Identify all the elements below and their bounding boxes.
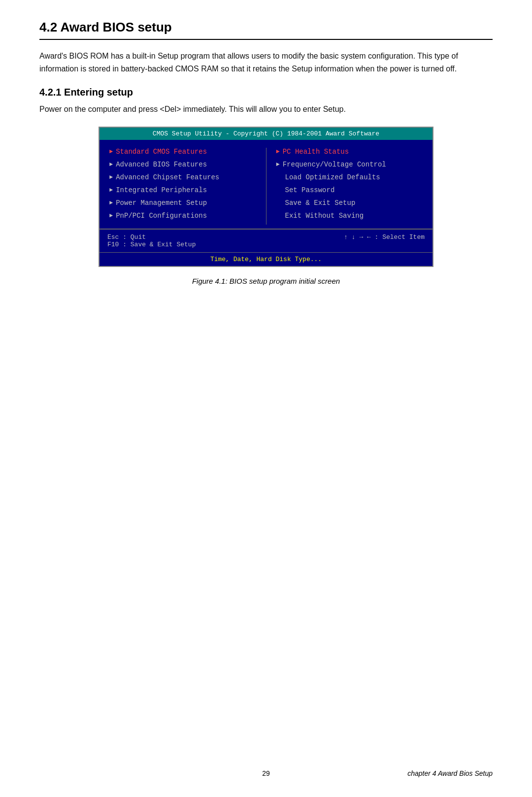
bios-title-bar: CMOS Setup Utility - Copyright (C) 1984-… — [100, 128, 432, 140]
bios-left-item[interactable]: ►Power Management Setup — [109, 199, 256, 207]
page-footer: 29 chapter 4 Award Bios Setup — [39, 769, 493, 777]
subsection-intro: Power on the computer and press <Del> im… — [39, 103, 493, 116]
bios-left-item[interactable]: ►Standard CMOS Features — [109, 148, 256, 156]
bios-footer-left: Esc : Quit F10 : Save & Exit Setup — [107, 233, 196, 248]
bios-left-column: ►Standard CMOS Features►Advanced BIOS Fe… — [100, 148, 266, 225]
bios-right-item[interactable]: ►PC Health Status — [276, 148, 423, 156]
bios-status-bar: Time, Date, Hard Disk Type... — [100, 252, 432, 266]
bios-screen: CMOS Setup Utility - Copyright (C) 1984-… — [99, 127, 433, 267]
bios-left-item[interactable]: ►Advanced Chipset Features — [109, 173, 256, 181]
bios-right-column: ►PC Health Status►Frequency/Voltage Cont… — [266, 148, 433, 225]
arrow-icon: ► — [109, 212, 113, 219]
bios-body: ►Standard CMOS Features►Advanced BIOS Fe… — [100, 140, 432, 229]
section-title-text: 4.2 Award BIOS setup — [39, 20, 172, 34]
arrow-icon: ► — [109, 161, 113, 168]
figure-caption: Figure 4.1: BIOS setup program initial s… — [39, 277, 493, 285]
subsection-title: 4.2.1 Entering setup — [39, 87, 493, 98]
arrow-icon: ► — [276, 148, 280, 155]
chapter-label: chapter 4 Award Bios Setup — [341, 769, 493, 777]
arrow-icon: ► — [109, 148, 113, 155]
bios-footer: Esc : Quit F10 : Save & Exit Setup ↑ ↓ →… — [100, 229, 432, 252]
bios-left-item[interactable]: ►PnP/PCI Configurations — [109, 212, 256, 220]
bios-right-item[interactable]: Set Password — [276, 186, 423, 194]
arrow-icon: ► — [109, 199, 113, 206]
subsection-title-text: 4.2.1 Entering setup — [39, 87, 133, 98]
arrow-icon: ► — [109, 187, 113, 194]
bios-right-item[interactable]: Save & Exit Setup — [276, 199, 423, 207]
bios-left-item[interactable]: ►Integrated Peripherals — [109, 186, 256, 194]
bios-footer-right: ↑ ↓ → ← : Select Item — [344, 233, 425, 248]
section-title: 4.2 Award BIOS setup — [39, 20, 493, 40]
bios-right-item[interactable]: ►Frequency/Voltage Control — [276, 161, 423, 168]
arrow-icon: ► — [276, 161, 280, 168]
intro-paragraph: Award's BIOS ROM has a built-in Setup pr… — [39, 50, 493, 75]
bios-right-item[interactable]: Exit Without Saving — [276, 212, 423, 220]
arrow-icon: ► — [109, 174, 113, 181]
page-number: 29 — [191, 769, 342, 777]
bios-left-item[interactable]: ►Advanced BIOS Features — [109, 161, 256, 168]
bios-right-item[interactable]: Load Optimized Defaults — [276, 173, 423, 181]
